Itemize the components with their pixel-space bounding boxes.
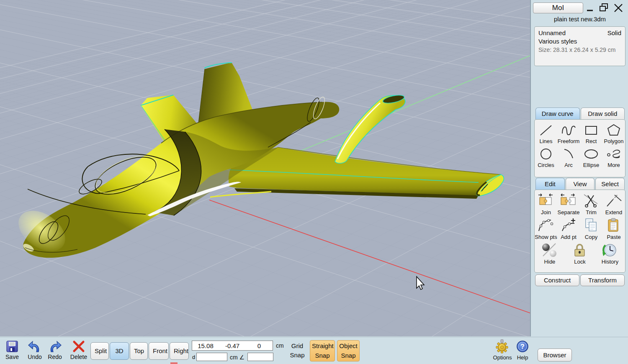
coordinate-input[interactable]: 15.08 -0.47 0 [192,341,273,351]
gear-icon [495,339,510,354]
minimize-icon[interactable] [586,3,596,13]
view-front-button[interactable]: Front [149,342,169,360]
join-icon [537,193,555,209]
help-button[interactable]: ? Help [514,339,531,361]
undo-icon [28,340,42,353]
more-icon [605,146,622,161]
axis-line-red [209,200,530,313]
draw-tools-box: Lines Freeform Rect Polygon Circles Arc [534,119,625,177]
grid-snap-toggle[interactable]: Grid Snap [286,341,308,360]
tool-add-pt[interactable]: Add pt [557,216,580,241]
add-point-icon [559,218,578,233]
history-icon [601,242,619,258]
side-panel: MoI plain test new.3dm Unnamed Solid Var… [532,0,628,336]
tool-extend[interactable]: Extend [602,192,625,216]
construct-button[interactable]: Construct [535,274,579,286]
angle-input[interactable] [247,353,273,361]
app-menu-button[interactable]: MoI [533,3,583,13]
model-right-stabilizer [335,95,405,163]
tab-select[interactable]: Select [595,178,625,190]
rect-icon [583,123,600,138]
tool-trim[interactable]: Trim [580,192,602,216]
object-size: Size: 28.31 x 26.24 x 5.29 cm [538,46,621,54]
angle-label: cm ∠ [230,354,245,361]
trim-icon [582,193,600,209]
mouse-cursor [417,277,424,290]
edit-tab-row: Edit View Select [535,178,625,190]
viewport-3d[interactable] [0,0,531,336]
show-points-icon [537,218,555,233]
edit-tools-box: Join Separate [534,190,625,273]
bottom-toolbar: Save Undo Redo Delete Split 3D Top Front… [0,337,628,364]
units-label: cm [276,342,284,349]
help-icon: ? [516,339,529,354]
close-icon[interactable] [613,3,623,13]
undo-button[interactable]: Undo [25,340,44,360]
tool-ellipse[interactable]: Ellipse [580,145,602,169]
svg-text:?: ? [520,343,525,350]
copy-icon [582,218,600,233]
tool-polygon[interactable]: Polygon [602,121,625,145]
tool-separate[interactable]: Separate [557,192,580,216]
model-airplane [11,62,504,259]
transform-button[interactable]: Transform [580,274,625,286]
straight-snap-toggle[interactable]: Straight Snap [310,340,335,361]
lines-icon [538,123,554,138]
distance-label: d [192,354,195,360]
tab-view[interactable]: View [566,178,595,190]
hidden-panel-indicator [170,362,178,364]
view-right-button[interactable]: Right [170,342,189,360]
tool-lock[interactable]: Lock [565,241,595,266]
coord-x: 15.08 [192,342,219,349]
tool-rect[interactable]: Rect [580,121,602,145]
viewport-canvas[interactable] [0,0,530,336]
object-name: Unnamed [538,29,566,36]
delete-icon [72,340,85,353]
arc-icon [560,146,577,161]
tool-more[interactable]: More [602,145,625,169]
construct-transform-row: Construct Transform [535,274,625,286]
extend-icon [605,193,623,209]
view-3d-button[interactable]: 3D [110,342,129,360]
delete-button[interactable]: Delete [69,340,89,360]
browser-button[interactable]: Browser [538,349,572,361]
hide-icon [540,242,559,258]
view-split-button[interactable]: Split [90,342,109,360]
coord-z: 0 [246,342,273,349]
tool-join[interactable]: Join [535,192,557,216]
restore-window-icon[interactable] [599,3,609,13]
object-styles: Various styles [538,38,621,45]
document-name: plain test new.3dm [532,15,628,23]
tab-edit[interactable]: Edit [535,178,565,190]
separate-icon [559,193,578,209]
tool-freeform[interactable]: Freeform [557,121,580,145]
tool-circles[interactable]: Circles [535,145,557,169]
lock-icon [571,242,589,258]
tool-show-pts[interactable]: Show pts [535,216,557,241]
save-button[interactable]: Save [3,340,21,360]
tab-draw-solid[interactable]: Draw solid [581,108,625,119]
tab-draw-curve[interactable]: Draw curve [535,108,580,119]
tool-history[interactable]: History [595,241,625,266]
ellipse-icon [583,146,600,161]
tool-paste[interactable]: Paste [602,216,625,241]
redo-button[interactable]: Redo [45,340,64,360]
circles-icon [538,146,554,161]
view-top-button[interactable]: Top [130,342,148,360]
polygon-icon [605,123,622,138]
tool-copy[interactable]: Copy [580,216,602,241]
object-info-panel: Unnamed Solid Various styles Size: 28.31… [534,26,625,66]
distance-input[interactable] [196,353,227,361]
draw-tab-row: Draw curve Draw solid [535,108,625,119]
coord-y: -0.47 [219,342,246,349]
tool-arc[interactable]: Arc [557,145,580,169]
object-snap-toggle[interactable]: Object Snap [337,340,360,361]
save-icon [6,340,18,353]
paste-icon [605,218,623,233]
freeform-icon [560,123,577,138]
redo-icon [48,340,62,353]
object-type: Solid [607,29,621,36]
options-button[interactable]: Options [492,339,513,361]
tool-lines[interactable]: Lines [535,121,557,145]
tool-hide[interactable]: Hide [535,241,565,266]
